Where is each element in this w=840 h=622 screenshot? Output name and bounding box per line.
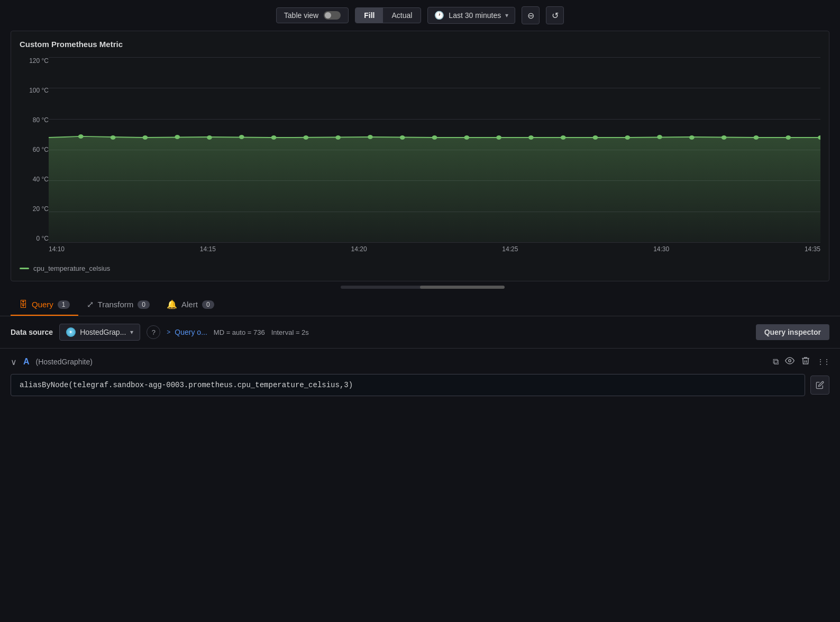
svg-point-16	[561, 135, 566, 140]
svg-marker-0	[49, 138, 820, 242]
datasource-select[interactable]: ✦ HostedGrap... ▾	[59, 324, 140, 341]
x-axis-label: 14:10	[49, 245, 65, 253]
query-meta-md: MD = auto = 736	[214, 328, 265, 336]
svg-point-15	[528, 135, 534, 140]
datasource-row: Data source ✦ HostedGrap... ▾ ? > Query …	[0, 316, 840, 349]
query-meta-interval: Interval = 2s	[271, 328, 309, 336]
query-actions: ⧉ ⋮⋮	[773, 356, 829, 368]
tab-transform-badge: 0	[138, 300, 150, 309]
tab-alert[interactable]: 🔔 Alert 0	[158, 293, 223, 316]
scrollbar-track[interactable]	[341, 286, 499, 289]
tab-transform[interactable]: ⤢ Transform 0	[78, 293, 158, 316]
svg-point-12	[432, 135, 437, 140]
query-row-header: ∨ A (HostedGraphite) ⧉ ⋮⋮	[11, 356, 829, 368]
svg-point-23	[786, 135, 791, 140]
datasource-label: Data source	[11, 328, 53, 336]
y-axis-label: 40 °C	[20, 176, 49, 183]
query-input-row: aliasByNode(telegraf.sandbox-agg-0003.pr…	[11, 374, 829, 396]
svg-point-9	[335, 135, 341, 140]
datasource-chevron-icon: ▾	[130, 328, 133, 336]
query-input[interactable]: aliasByNode(telegraf.sandbox-agg-0003.pr…	[11, 374, 805, 396]
actual-button[interactable]: Actual	[383, 8, 421, 23]
svg-point-3	[143, 135, 148, 140]
svg-point-13	[464, 135, 469, 140]
copy-icon[interactable]: ⧉	[773, 357, 779, 367]
svg-point-19	[657, 135, 662, 139]
svg-point-17	[593, 135, 598, 140]
fill-button[interactable]: Fill	[355, 8, 383, 23]
query-options[interactable]: > Query o...	[167, 328, 207, 336]
more-icon[interactable]: ⋮⋮	[817, 358, 829, 366]
tab-query-label: Query	[32, 300, 53, 309]
tabs-row: 🗄 Query 1 ⤢ Transform 0 🔔 Alert 0	[0, 293, 840, 316]
refresh-button[interactable]: ↺	[546, 6, 564, 24]
database-icon: 🗄	[19, 300, 28, 309]
chart-legend: cpu_temperature_celsius	[20, 264, 820, 272]
x-axis-label: 14:20	[351, 245, 367, 253]
chart-area: 120 °C100 °C80 °C60 °C40 °C20 °C0 °C	[20, 57, 820, 258]
table-view-toggle[interactable]: Table view	[276, 7, 349, 23]
fill-actual-group: Fill Actual	[355, 7, 421, 23]
chart-title: Custom Prometheus Metric	[20, 40, 820, 49]
chart-panel: Custom Prometheus Metric 120 °C100 °C80 …	[11, 31, 829, 281]
svg-point-14	[496, 135, 501, 140]
svg-point-5	[207, 135, 212, 140]
tab-query[interactable]: 🗄 Query 1	[11, 294, 78, 316]
legend-color-swatch	[20, 268, 29, 269]
table-view-switch[interactable]	[324, 11, 341, 20]
chevron-down-icon: ▾	[505, 12, 508, 19]
svg-point-25	[789, 360, 791, 362]
svg-point-1	[78, 134, 84, 139]
chart-body: 14:1014:1514:2014:2514:3014:35	[49, 57, 820, 258]
chart-svg	[49, 57, 820, 242]
scrollbar-container	[11, 286, 829, 289]
x-axis: 14:1014:1514:2014:2514:3014:35	[49, 242, 820, 258]
top-toolbar: Table view Fill Actual 🕐 Last 30 minutes…	[0, 0, 840, 31]
visible-icon[interactable]	[785, 356, 795, 368]
svg-point-11	[400, 135, 405, 140]
y-axis: 120 °C100 °C80 °C60 °C40 °C20 °C0 °C	[20, 57, 49, 258]
svg-point-2	[111, 135, 116, 140]
query-collapse-button[interactable]: ∨	[11, 357, 17, 367]
query-options-label: Query o...	[175, 328, 207, 336]
help-button[interactable]: ?	[147, 325, 160, 339]
svg-point-20	[689, 135, 695, 140]
time-range-label: Last 30 minutes	[449, 11, 501, 20]
table-view-label: Table view	[284, 11, 318, 20]
tab-alert-label: Alert	[181, 300, 198, 309]
datasource-icon: ✦	[66, 327, 76, 337]
zoom-out-button[interactable]: ⊖	[522, 6, 540, 24]
time-range-button[interactable]: 🕐 Last 30 minutes ▾	[427, 7, 515, 24]
y-axis-label: 0 °C	[20, 235, 49, 242]
x-axis-label: 14:15	[200, 245, 216, 253]
y-axis-label: 60 °C	[20, 146, 49, 153]
y-axis-label: 20 °C	[20, 205, 49, 213]
svg-point-22	[754, 135, 759, 140]
x-axis-label: 14:35	[805, 245, 820, 253]
tab-alert-badge: 0	[202, 300, 214, 309]
query-label: A	[23, 357, 30, 367]
svg-point-6	[239, 135, 244, 139]
y-axis-label: 80 °C	[20, 116, 49, 124]
svg-point-8	[303, 135, 308, 140]
clock-icon: 🕐	[434, 11, 444, 20]
svg-point-4	[175, 135, 180, 139]
arrow-right-icon: >	[167, 328, 170, 336]
y-axis-label: 120 °C	[20, 57, 49, 65]
transform-icon: ⤢	[87, 299, 94, 309]
y-axis-label: 100 °C	[20, 87, 49, 94]
svg-point-21	[722, 135, 727, 140]
query-datasource-name: (HostedGraphite)	[36, 358, 93, 366]
scrollbar-thumb[interactable]	[420, 286, 505, 289]
query-inspector-button[interactable]: Query inspector	[756, 324, 829, 340]
bell-icon: 🔔	[167, 299, 177, 309]
edit-icon-button[interactable]	[810, 376, 829, 395]
svg-point-18	[625, 135, 630, 140]
x-axis-label: 14:30	[653, 245, 669, 253]
tab-query-badge: 1	[58, 300, 70, 309]
delete-icon[interactable]	[801, 356, 810, 368]
datasource-name: HostedGrap...	[80, 328, 126, 336]
legend-label: cpu_temperature_celsius	[33, 264, 110, 272]
svg-point-7	[271, 135, 277, 140]
svg-point-10	[368, 135, 373, 139]
